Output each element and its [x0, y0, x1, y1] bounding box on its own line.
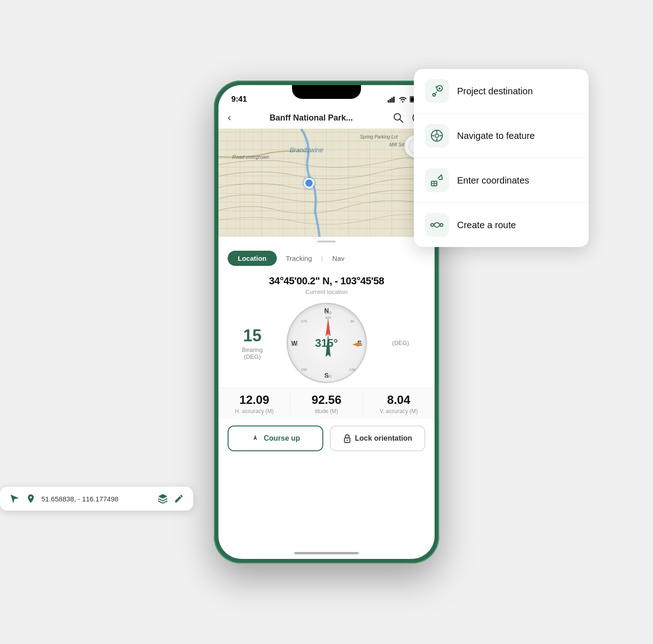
v-accuracy-label: V. accuracy (M) [367, 408, 430, 414]
svg-point-60 [440, 224, 443, 226]
altitude-value: 92.56 [295, 393, 358, 407]
map-area[interactable]: Road overgrown Spring Parking Lot Mill S… [218, 129, 435, 237]
enter-coordinates-label: Enter coordinates [457, 175, 529, 186]
svg-text:150: 150 [324, 374, 331, 379]
map-label-water: Brandywine [290, 146, 323, 154]
tabs-row: Location Tracking | Nav [218, 244, 435, 270]
compass-section: 15 Bearing(DEG) N S E W [218, 298, 435, 388]
coords-main: 34°45'00.2" N, - 103°45'58 [228, 275, 425, 287]
svg-marker-40 [326, 318, 331, 336]
compass-widget: N S E W 330 150 240 60 [277, 303, 376, 383]
layers-icon [157, 493, 168, 504]
course-up-icon [251, 434, 260, 443]
layers-button[interactable] [157, 493, 168, 504]
navigate-icon [430, 128, 444, 143]
phone-inner: 9:41 [218, 85, 435, 559]
home-indicator [294, 552, 359, 554]
navigate-arrow-icon [9, 493, 20, 504]
enter-coordinates-icon-wrap [425, 168, 449, 192]
course-up-button[interactable]: Course up [228, 426, 323, 451]
search-icon [393, 112, 404, 123]
navigate-to-feature-icon-wrap [425, 124, 449, 148]
svg-rect-2 [391, 98, 393, 103]
map-topo: Road overgrown Spring Parking Lot Mill S… [218, 129, 435, 237]
pencil-icon [174, 494, 184, 504]
svg-marker-43 [253, 435, 257, 440]
route-icon [430, 218, 444, 232]
svg-text:180: 180 [301, 368, 307, 372]
menu-item-coords[interactable]: Enter coordinates [414, 158, 589, 203]
svg-marker-42 [352, 342, 359, 347]
action-buttons: Course up Lock orientation [218, 419, 435, 460]
tab-location[interactable]: Location [228, 251, 277, 266]
accuracy-v: 8.04 V. accuracy (M) [363, 388, 435, 419]
map-label-parking: Spring Parking Lot [360, 134, 398, 139]
tab-tracking[interactable]: Tracking [279, 251, 320, 266]
lock-icon [343, 434, 351, 443]
data-row: 12.09 H. accuracy (M) 92.56 titude (M) 8… [218, 388, 435, 419]
svg-point-48 [439, 87, 441, 89]
svg-rect-1 [390, 99, 391, 103]
phone-frame: 9:41 [214, 80, 439, 564]
destination-icon [430, 84, 444, 98]
altitude: 92.56 titude (M) [291, 388, 362, 419]
compass-ticks: 330 150 240 60 270 30 180 120 300 [288, 304, 368, 385]
svg-point-59 [431, 224, 434, 226]
svg-text:330: 330 [324, 310, 331, 315]
project-destination-icon-wrap [425, 79, 449, 103]
menu-item-route[interactable]: Create a route [414, 203, 589, 247]
v-accuracy-value: 8.04 [367, 393, 430, 407]
menu-item-project[interactable]: Project destination [414, 69, 589, 114]
pin-icon [26, 494, 36, 504]
navigate-to-feature-label: Navigate to feature [457, 131, 535, 141]
svg-point-45 [346, 440, 348, 441]
coords-sub: Current location [228, 288, 425, 295]
svg-rect-0 [388, 100, 389, 103]
search-button[interactable] [391, 111, 405, 125]
context-menu: Project destination Navigate to feature [414, 69, 589, 247]
app-header: ‹ Banff National Park... i [218, 107, 435, 129]
create-route-icon-wrap [425, 213, 449, 237]
svg-text:270: 270 [301, 319, 307, 323]
svg-point-7 [394, 114, 401, 120]
status-time: 9:41 [231, 95, 247, 104]
svg-rect-3 [393, 97, 395, 103]
lock-orientation-button[interactable]: Lock orientation [330, 426, 425, 451]
tab-divider: | [321, 254, 323, 262]
signal-icon [388, 97, 396, 103]
course-up-label: Course up [263, 434, 300, 443]
lock-orientation-label: Lock orientation [355, 434, 412, 443]
speed-info: (DEG) [376, 339, 426, 346]
scene: 9:41 [74, 23, 579, 621]
svg-line-8 [400, 120, 403, 122]
back-button[interactable]: ‹ [228, 112, 231, 124]
bearing-label: Bearing(DEG) [228, 346, 277, 360]
accuracy-h: 12.09 H. accuracy (M) [218, 388, 290, 419]
bottom-coords-bar: 51.658838, - 116.177498 [0, 487, 193, 511]
pull-handle [317, 241, 336, 242]
wifi-icon [399, 96, 407, 103]
bearing-value: 15 [228, 326, 277, 345]
create-route-label: Create a route [457, 220, 516, 230]
menu-item-navigate[interactable]: Navigate to feature [414, 114, 589, 158]
compass-circle: N S E W 330 150 240 60 [286, 303, 367, 383]
h-accuracy-value: 12.09 [223, 393, 286, 407]
header-title: Banff National Park... [269, 113, 353, 123]
svg-marker-41 [326, 334, 331, 357]
navigate-icon [9, 493, 20, 504]
location-pin-icon [26, 494, 36, 504]
project-destination-label: Project destination [457, 86, 533, 97]
map-label-road: Road overgrown [232, 154, 269, 160]
svg-text:30: 30 [350, 319, 354, 323]
tab-nav[interactable]: Nav [325, 251, 352, 266]
svg-point-50 [435, 134, 439, 138]
notch [292, 85, 361, 99]
svg-text:120: 120 [349, 368, 355, 372]
edit-button[interactable] [174, 494, 184, 504]
bearing-info: 15 Bearing(DEG) [228, 326, 277, 360]
svg-point-47 [433, 93, 435, 96]
coords-bar-text: 51.658838, - 116.177498 [41, 495, 119, 503]
location-dot [304, 178, 314, 188]
coordinates-icon [430, 173, 444, 188]
h-accuracy-label: H. accuracy (M) [223, 408, 286, 414]
